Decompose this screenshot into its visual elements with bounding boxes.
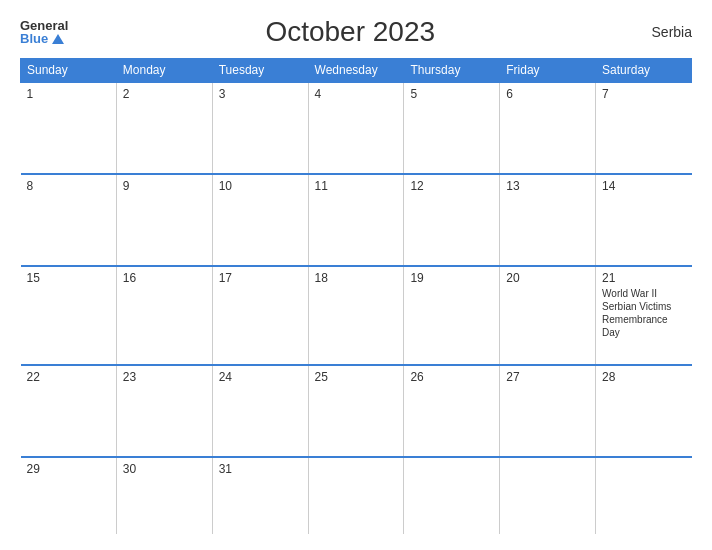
day-number: 6 [506,87,589,101]
calendar-cell: 6 [500,82,596,174]
calendar-cell [308,457,404,534]
header-tuesday: Tuesday [212,59,308,83]
calendar-week-row: 15161718192021World War II Serbian Victi… [21,266,692,366]
day-number: 20 [506,271,589,285]
calendar-cell: 13 [500,174,596,266]
calendar-cell [596,457,692,534]
header-friday: Friday [500,59,596,83]
day-number: 19 [410,271,493,285]
calendar-cell: 21World War II Serbian Victims Remembran… [596,266,692,366]
logo-triangle-icon [52,34,64,44]
calendar-cell: 22 [21,365,117,457]
calendar-cell [500,457,596,534]
day-number: 16 [123,271,206,285]
calendar-cell: 27 [500,365,596,457]
header-monday: Monday [116,59,212,83]
calendar-cell: 25 [308,365,404,457]
calendar-cell: 29 [21,457,117,534]
day-number: 25 [315,370,398,384]
day-number: 5 [410,87,493,101]
calendar-week-row: 891011121314 [21,174,692,266]
day-number: 23 [123,370,206,384]
calendar-week-row: 1234567 [21,82,692,174]
calendar-cell: 1 [21,82,117,174]
calendar-title: October 2023 [68,16,632,48]
calendar-header: General Blue October 2023 Serbia [20,16,692,48]
calendar-page: General Blue October 2023 Serbia Sunday … [0,0,712,550]
header-thursday: Thursday [404,59,500,83]
day-number: 13 [506,179,589,193]
calendar-cell: 26 [404,365,500,457]
day-number: 15 [27,271,110,285]
calendar-cell: 28 [596,365,692,457]
day-number: 3 [219,87,302,101]
weekday-header-row: Sunday Monday Tuesday Wednesday Thursday… [21,59,692,83]
day-number: 12 [410,179,493,193]
calendar-cell: 31 [212,457,308,534]
calendar-cell: 17 [212,266,308,366]
calendar-cell: 14 [596,174,692,266]
day-number: 2 [123,87,206,101]
calendar-week-row: 22232425262728 [21,365,692,457]
calendar-cell: 2 [116,82,212,174]
day-number: 30 [123,462,206,476]
header-saturday: Saturday [596,59,692,83]
day-number: 7 [602,87,685,101]
logo: General Blue [20,19,68,45]
country-name: Serbia [632,24,692,40]
calendar-cell: 12 [404,174,500,266]
calendar-cell: 4 [308,82,404,174]
day-number: 4 [315,87,398,101]
day-number: 8 [27,179,110,193]
calendar-week-row: 293031 [21,457,692,534]
logo-blue-text: Blue [20,32,68,45]
calendar-table: Sunday Monday Tuesday Wednesday Thursday… [20,58,692,534]
calendar-cell: 24 [212,365,308,457]
calendar-cell: 16 [116,266,212,366]
calendar-cell [404,457,500,534]
calendar-cell: 18 [308,266,404,366]
calendar-cell: 8 [21,174,117,266]
day-number: 22 [27,370,110,384]
calendar-cell: 15 [21,266,117,366]
day-number: 11 [315,179,398,193]
day-number: 1 [27,87,110,101]
day-number: 18 [315,271,398,285]
calendar-cell: 23 [116,365,212,457]
calendar-cell: 10 [212,174,308,266]
calendar-cell: 5 [404,82,500,174]
header-wednesday: Wednesday [308,59,404,83]
calendar-cell: 7 [596,82,692,174]
day-number: 31 [219,462,302,476]
calendar-cell: 30 [116,457,212,534]
header-sunday: Sunday [21,59,117,83]
day-number: 24 [219,370,302,384]
event-text: World War II Serbian Victims Remembrance… [602,287,685,339]
day-number: 10 [219,179,302,193]
calendar-cell: 3 [212,82,308,174]
day-number: 14 [602,179,685,193]
calendar-cell: 20 [500,266,596,366]
day-number: 26 [410,370,493,384]
calendar-cell: 19 [404,266,500,366]
day-number: 9 [123,179,206,193]
day-number: 29 [27,462,110,476]
calendar-cell: 11 [308,174,404,266]
day-number: 28 [602,370,685,384]
day-number: 27 [506,370,589,384]
calendar-cell: 9 [116,174,212,266]
day-number: 21 [602,271,685,285]
day-number: 17 [219,271,302,285]
